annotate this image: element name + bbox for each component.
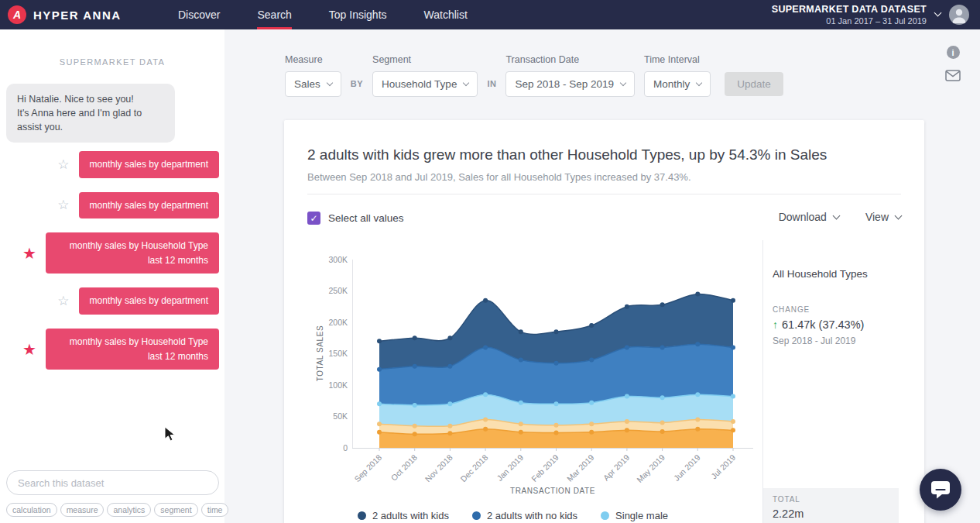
data-point[interactable] (413, 432, 417, 436)
tag-time[interactable]: time (201, 503, 229, 517)
mail-icon[interactable] (945, 70, 961, 81)
nav-link-search[interactable]: Search (238, 0, 310, 29)
data-point[interactable] (554, 361, 559, 366)
data-point[interactable] (625, 305, 629, 309)
data-point[interactable] (377, 421, 382, 426)
data-point[interactable] (377, 430, 382, 435)
data-point[interactable] (483, 418, 488, 422)
view-label: View (865, 211, 889, 223)
y-tick-label: 100K (328, 380, 348, 390)
data-point[interactable] (413, 403, 417, 408)
data-point[interactable] (660, 302, 665, 307)
query-row: ☆monthly sales by department (57, 192, 219, 219)
star-filled-icon[interactable]: ★ (22, 342, 36, 357)
data-point[interactable] (377, 367, 382, 372)
data-point[interactable] (589, 421, 594, 426)
data-point[interactable] (447, 364, 452, 369)
nav-link-top-insights[interactable]: Top Insights (310, 0, 406, 29)
view-menu[interactable]: View (865, 211, 901, 223)
chevron-down-icon[interactable] (934, 9, 942, 17)
query-pill[interactable]: monthly sales by Household Type last 12 … (46, 232, 219, 274)
data-point[interactable] (731, 298, 735, 303)
data-point[interactable] (519, 358, 523, 363)
data-point[interactable] (447, 431, 452, 435)
query-pill[interactable]: monthly sales by Household Type last 12 … (46, 329, 219, 370)
data-point[interactable] (731, 394, 735, 399)
date-select[interactable]: Sep 2018 - Sep 2019 (505, 71, 635, 97)
data-point[interactable] (483, 427, 488, 432)
data-point[interactable] (554, 329, 559, 334)
data-point[interactable] (413, 364, 417, 369)
data-point[interactable] (554, 401, 559, 406)
data-point[interactable] (731, 419, 735, 424)
data-point[interactable] (589, 401, 594, 405)
update-button[interactable]: Update (725, 72, 783, 96)
tag-calculation[interactable]: calculation (6, 503, 57, 517)
select-all-checkbox[interactable]: ✓ (307, 212, 320, 225)
data-point[interactable] (695, 342, 700, 346)
data-point[interactable] (483, 392, 488, 397)
query-pill[interactable]: monthly sales by department (79, 287, 219, 315)
tag-measure[interactable]: measure (60, 503, 105, 517)
data-point[interactable] (447, 424, 452, 428)
data-point[interactable] (695, 427, 700, 432)
legend-item[interactable]: 2 adults with no kids (472, 510, 577, 521)
chat-bubble-icon (930, 480, 951, 500)
data-point[interactable] (625, 394, 629, 399)
star-outline-icon[interactable]: ☆ (57, 294, 69, 308)
data-point[interactable] (589, 323, 594, 328)
query-pill[interactable]: monthly sales by department (79, 192, 219, 219)
data-point[interactable] (554, 423, 559, 428)
tag-segment[interactable]: segment (154, 503, 197, 517)
legend-item[interactable]: Single male (601, 510, 668, 521)
sales-stacked-area-chart[interactable]: Sep 2018Oct 2018Nov 2018Dec 2018Jan 2019… (314, 252, 766, 523)
measure-select[interactable]: Sales (285, 71, 341, 97)
data-point[interactable] (519, 329, 523, 334)
data-point[interactable] (660, 395, 665, 400)
data-point[interactable] (519, 421, 523, 426)
data-point[interactable] (447, 401, 452, 406)
star-outline-icon[interactable]: ☆ (57, 158, 69, 171)
data-point[interactable] (660, 429, 665, 434)
data-point[interactable] (589, 358, 594, 363)
data-point[interactable] (731, 428, 735, 432)
data-point[interactable] (695, 292, 700, 297)
data-point[interactable] (377, 401, 382, 406)
data-point[interactable] (731, 345, 735, 349)
segment-group: Segment Household Type (372, 54, 478, 97)
info-icon[interactable]: i (947, 46, 960, 59)
data-point[interactable] (519, 401, 523, 405)
data-point[interactable] (519, 430, 523, 435)
nav-link-watchlist[interactable]: Watchlist (406, 0, 486, 29)
search-input[interactable] (6, 470, 219, 495)
download-menu[interactable]: Download (779, 211, 839, 223)
star-outline-icon[interactable]: ☆ (57, 198, 69, 212)
segment-select[interactable]: Household Type (372, 71, 478, 97)
user-avatar[interactable] (949, 5, 969, 25)
star-filled-icon[interactable]: ★ (22, 246, 36, 261)
data-point[interactable] (413, 424, 417, 428)
chat-fab-button[interactable] (920, 469, 961, 511)
data-point[interactable] (625, 419, 629, 424)
data-point[interactable] (625, 345, 629, 349)
data-point[interactable] (377, 339, 382, 343)
data-point[interactable] (413, 335, 417, 340)
data-point[interactable] (554, 431, 559, 435)
data-point[interactable] (660, 345, 665, 349)
data-point[interactable] (447, 335, 452, 340)
data-point[interactable] (589, 430, 594, 435)
nav-link-discover[interactable]: Discover (159, 0, 238, 29)
hyper-anna-logo-icon[interactable]: A (8, 5, 26, 24)
data-point[interactable] (695, 418, 700, 422)
data-point[interactable] (483, 298, 488, 303)
chevron-down-icon (620, 79, 626, 85)
data-point[interactable] (483, 345, 488, 349)
dataset-selector[interactable]: SUPERMARKET DATA DATASET 01 Jan 2017 – 3… (772, 3, 927, 27)
tag-analytics[interactable]: analytics (107, 503, 151, 517)
interval-select[interactable]: Monthly (644, 71, 711, 97)
query-pill[interactable]: monthly sales by department (79, 151, 219, 178)
data-point[interactable] (660, 421, 665, 425)
legend-item[interactable]: 2 adults with kids (358, 510, 449, 521)
data-point[interactable] (625, 428, 629, 432)
data-point[interactable] (695, 392, 700, 397)
